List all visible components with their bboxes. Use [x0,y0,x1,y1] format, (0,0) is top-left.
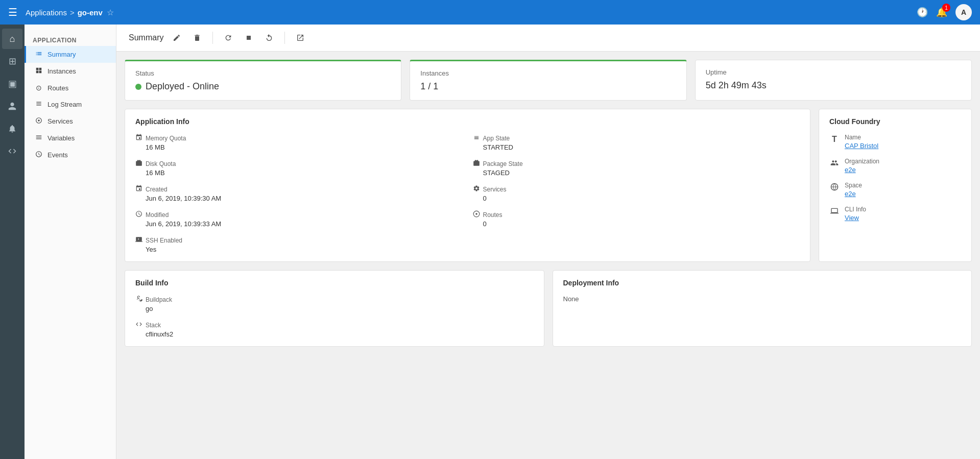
variables-icon [34,134,43,142]
nav-item-services[interactable]: Services [25,113,116,130]
modified-label: Modified [146,211,169,219]
created-icon [135,185,142,194]
cf-name-label: Name [845,134,878,141]
memory-icon [135,134,142,142]
status-card: Status Deployed - Online [125,60,401,101]
sidebar-icon-grid[interactable]: ⊞ [2,51,22,71]
deployment-info-card: Deployment Info None [553,270,972,347]
cf-cli-row: CLI Info View [829,206,961,222]
routes-count-icon [473,210,480,219]
deployment-info-value: None [563,295,962,303]
stack-value: cflinuxfs2 [146,330,534,338]
cf-space-row: Space e2e [829,182,961,198]
sidebar-section-label: Application [25,33,116,46]
ssh-value: Yes [146,246,463,253]
sidebar-icon-monitor[interactable]: ▣ [2,74,22,94]
top-nav: ☰ Applications > go-env ☆ 🕐 🔔 1 A [0,0,980,25]
package-state-label: Package State [483,160,523,167]
cf-org-label: Organization [845,158,879,165]
modified-value: Jun 6, 2019, 10:39:33 AM [146,220,463,228]
sidebar-icon-bell[interactable] [2,118,22,139]
app-info-right: App State STARTED Package [473,134,800,253]
notification-badge: 1 [942,4,950,12]
package-state-value: STAGED [483,169,800,177]
routes-count-value: 0 [483,220,800,228]
memory-quota-value: 16 MB [146,143,463,151]
cloud-foundry-card: Cloud Foundry T Name CAP Bristol [819,109,972,262]
cf-space-value[interactable]: e2e [845,190,856,198]
notification-icon[interactable]: 🔔 1 [936,7,947,18]
cf-name-value[interactable]: CAP Bristol [845,142,878,150]
stop-button[interactable] [242,31,256,45]
nav-item-events[interactable]: Events [25,147,116,163]
routes-count-label: Routes [483,211,503,219]
events-icon [34,151,43,159]
status-dot [135,84,141,90]
nav-item-logstream[interactable]: Log Stream [25,96,116,113]
app-info-grid: Memory Quota 16 MB Disk Q [135,134,800,253]
icon-sidebar: ⌂ ⊞ ▣ [0,25,25,459]
content-area: Summary [116,25,980,459]
delete-button[interactable] [190,31,204,45]
history-icon[interactable]: 🕐 [917,7,928,18]
ssh-row: SSH Enabled Yes [135,236,463,253]
app-info-card: Application Info Memory Quota [125,109,810,262]
header-divider-2 [284,32,285,44]
cf-cli-value[interactable]: View [845,214,859,222]
app-state-value: STARTED [483,143,800,151]
cf-org-value[interactable]: e2e [845,166,856,174]
status-value: Deployed - Online [146,81,219,92]
package-state-row: Package State STAGED [473,159,800,177]
nav-item-summary[interactable]: Summary [25,46,116,63]
nav-item-variables[interactable]: Variables [25,130,116,147]
build-info-card: Build Info Buildpack go [125,270,544,347]
restart-button[interactable] [262,31,276,45]
star-icon[interactable]: ☆ [107,8,114,17]
ssh-label: SSH Enabled [146,237,182,244]
cf-name-row: T Name CAP Bristol [829,134,961,150]
top-cards-row: Status Deployed - Online Instances 1 / 1 [125,60,972,101]
svg-point-2 [475,213,477,215]
nav-label-summary: Summary [47,51,76,58]
refresh-button[interactable] [221,31,235,45]
nav-label-events: Events [47,151,68,159]
services-count-label: Services [483,186,507,193]
disk-quota-row: Disk Quota 16 MB [135,159,463,177]
status-row: Deployed - Online [135,81,391,92]
user-avatar[interactable]: A [955,4,972,20]
cf-cli-label: CLI Info [845,206,866,213]
nav-label-instances: Instances [47,67,76,75]
sidebar-icon-person[interactable] [2,96,22,116]
disk-quota-label: Disk Quota [146,160,176,167]
memory-quota-label: Memory Quota [146,135,186,142]
disk-icon [135,159,142,168]
menu-icon[interactable]: ☰ [8,6,17,18]
external-link-button[interactable] [293,31,307,45]
nav-label-services: Services [47,117,73,125]
summary-header: Summary [116,25,980,52]
sidebar-icon-home[interactable]: ⌂ [2,29,22,49]
routes-icon: ⊙ [34,84,43,92]
services-count-row: Services 0 [473,185,800,202]
routes-count-row: Routes 0 [473,210,800,228]
cf-name-icon: T [829,135,840,144]
app-state-row: App State STARTED [473,134,800,151]
uptime-card: Uptime 5d 2h 49m 43s [695,60,972,101]
buildpack-value: go [146,305,534,312]
app-info-left: Memory Quota 16 MB Disk Q [135,134,463,253]
middle-cards-row: Application Info Memory Quota [125,109,972,262]
edit-button[interactable] [170,31,184,45]
build-info-title: Build Info [135,279,534,287]
sidebar-icon-code[interactable] [2,141,22,161]
instances-card: Instances 1 / 1 [410,60,686,101]
breadcrumb-parent[interactable]: Applications [26,8,67,17]
instances-value: 1 / 1 [420,81,676,92]
nav-item-instances[interactable]: Instances [25,63,116,80]
logstream-icon [34,100,43,109]
cf-space-label: Space [845,182,862,189]
nav-label-routes: Routes [47,84,68,92]
created-label: Created [146,186,168,193]
app-state-icon [473,134,480,142]
memory-quota-row: Memory Quota 16 MB [135,134,463,151]
nav-item-routes[interactable]: ⊙ Routes [25,80,116,96]
